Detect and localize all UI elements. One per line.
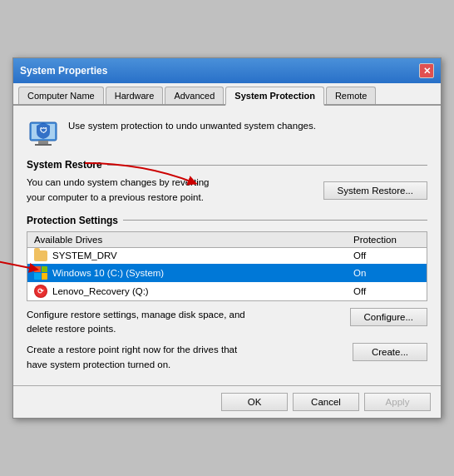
system-restore-description: You can undo system changes by reverting…: [27, 176, 210, 205]
table-row[interactable]: SYSTEM_DRV Off: [27, 248, 427, 264]
header-description: Use system protection to undo unwanted s…: [68, 116, 316, 132]
system-restore-label: System Restore: [27, 159, 427, 171]
create-section: Create a restore point right now for the…: [27, 343, 427, 372]
tab-bar: Computer Name Hardware Advanced System P…: [13, 83, 441, 106]
ok-button[interactable]: OK: [221, 393, 288, 411]
table-row[interactable]: ⟳ Lenovo_Recovery (Q:) Off: [27, 282, 427, 300]
folder-icon: [34, 250, 47, 261]
tab-content: 🛡 Use system protection to undo unwanted…: [13, 106, 441, 385]
header-section: 🛡 Use system protection to undo unwanted…: [27, 116, 427, 149]
bottom-bar: OK Cancel Apply: [13, 385, 441, 418]
col-drive-header: Available Drives: [34, 235, 353, 245]
drive-protection: On: [353, 268, 420, 278]
system-restore-row: You can undo system changes by reverting…: [27, 176, 427, 205]
recovery-icon: ⟳: [34, 285, 47, 298]
configure-button[interactable]: Configure...: [350, 308, 427, 326]
drives-table: Available Drives Protection SYSTEM_DRV O…: [27, 231, 427, 301]
create-description: Create a restore point right now for the…: [27, 343, 237, 372]
window-title: System Properties: [20, 65, 107, 77]
close-button[interactable]: ✕: [419, 63, 434, 78]
svg-rect-2: [38, 141, 48, 144]
system-protection-icon: 🛡: [27, 116, 60, 149]
tab-advanced[interactable]: Advanced: [165, 87, 224, 104]
tab-system-protection[interactable]: System Protection: [225, 87, 324, 106]
windows-icon: [34, 266, 47, 280]
drive-name: Lenovo_Recovery (Q:): [52, 286, 149, 296]
system-restore-section: System Restore You can undo system chang…: [27, 159, 427, 205]
drive-name: SYSTEM_DRV: [52, 250, 117, 260]
title-bar: System Properties ✕: [13, 58, 441, 83]
tab-remote[interactable]: Remote: [326, 87, 377, 104]
cancel-button[interactable]: Cancel: [293, 393, 359, 411]
create-button[interactable]: Create...: [353, 343, 427, 361]
svg-rect-3: [35, 144, 52, 146]
drive-protection: Off: [353, 286, 420, 296]
tab-hardware[interactable]: Hardware: [106, 87, 164, 104]
protection-settings-section: Protection Settings Available Drives Pro…: [27, 215, 427, 372]
configure-section: Configure restore settings, manage disk …: [27, 308, 427, 337]
tab-computer-name[interactable]: Computer Name: [18, 87, 104, 104]
system-restore-button[interactable]: System Restore...: [323, 181, 427, 200]
col-protection-header: Protection: [353, 235, 420, 245]
svg-text:🛡: 🛡: [40, 126, 47, 135]
system-properties-window: System Properties ✕ Computer Name Hardwa…: [12, 57, 442, 419]
drive-protection: Off: [353, 250, 420, 260]
drives-table-header: Available Drives Protection: [27, 232, 427, 248]
configure-description: Configure restore settings, manage disk …: [27, 308, 245, 337]
protection-settings-label: Protection Settings: [27, 215, 427, 226]
table-row[interactable]: Windows 10 (C:) (System) On: [27, 264, 427, 282]
drive-name: Windows 10 (C:) (System): [52, 268, 164, 278]
apply-button[interactable]: Apply: [364, 393, 431, 411]
